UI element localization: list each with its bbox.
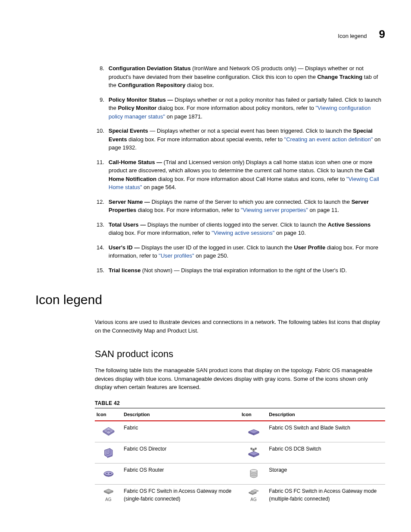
description-cell: Fabric OS Router	[122, 464, 240, 485]
item-body: Server Name — Displays the name of the S…	[109, 198, 385, 215]
ag-multi-icon: AG	[246, 487, 262, 503]
table-row: FabricFabric OS Switch and Blade Switch	[95, 421, 385, 442]
bold-text: Call-Home Status —	[109, 159, 164, 165]
list-item: 8.Configuration Deviation Status (IronWa…	[95, 64, 385, 90]
table-row: AGFabric OS FC Switch in Access Gateway …	[95, 485, 385, 506]
item-body: Total Users — Displays the number of cli…	[109, 221, 385, 237]
cross-reference-link[interactable]: "Viewing active sessions"	[212, 230, 274, 236]
description-cell: Fabric OS Switch and Blade Switch	[267, 421, 385, 442]
text-run: Displays the name of the Server to which…	[152, 199, 352, 205]
item-number: 15.	[95, 266, 104, 275]
list-item: 15.Trial license (Not shown) — Displays …	[95, 266, 385, 275]
text-run: dialog box. For more information, refer …	[109, 230, 212, 236]
item-number: 11.	[95, 158, 104, 192]
table-row: Fabric OS DirectorFabric OS DCB Switch	[95, 442, 385, 464]
list-item: 12.Server Name — Displays the name of th…	[95, 198, 385, 215]
item-body: Trial license (Not shown) — Displays the…	[109, 266, 385, 275]
list-item: 10.Special Events — Displays whether or …	[95, 127, 385, 152]
description-cell: Fabric OS Director	[122, 442, 240, 464]
text-run: dialog box. For more information about p…	[156, 105, 315, 111]
numbered-list: 8.Configuration Deviation Status (IronWa…	[95, 64, 385, 274]
list-item: 11.Call-Home Status — (Trial and License…	[95, 158, 385, 192]
cross-reference-link[interactable]: "Creating an event action definition"	[284, 136, 373, 143]
subsection-intro: The following table lists the manageable…	[95, 366, 385, 392]
bold-text: Policy Monitor	[118, 105, 157, 111]
item-body: Special Events — Displays whether or not…	[109, 127, 385, 152]
icon-cell: AG	[240, 485, 267, 506]
text-run: on page 1871.	[165, 113, 202, 120]
list-item: 9.Policy Monitor Status — Displays wheth…	[95, 96, 385, 121]
svg-rect-12	[253, 449, 254, 450]
description-cell: Fabric OS FC Switch in Access Gateway mo…	[122, 485, 240, 506]
bold-text: User's ID —	[109, 244, 141, 251]
text-run: Displays the user ID of the logged in us…	[141, 244, 294, 251]
text-run: Displays the number of clients logged in…	[147, 221, 327, 228]
ag-label: AG	[250, 496, 256, 503]
item-number: 12.	[95, 198, 104, 215]
item-body: Configuration Deviation Status (IronWare…	[109, 64, 385, 90]
text-run: dialog box. For more information about s…	[127, 136, 284, 143]
list-item: 14.User's ID — Displays the user ID of t…	[95, 243, 385, 260]
icon-table: Icon Description Icon Description Fabric…	[95, 408, 385, 506]
text-run: dialog box. For more information about C…	[156, 176, 346, 182]
page-header: Icon legend 9	[26, 26, 385, 43]
icon-cell	[240, 442, 267, 464]
item-number: 10.	[95, 127, 104, 152]
text-run: — Displays whether or not a special even…	[148, 128, 353, 134]
fabric-icon	[101, 424, 116, 439]
bold-text: Policy Monitor Status —	[109, 96, 174, 103]
text-run: (Not shown) — Displays the trial expirat…	[142, 267, 347, 274]
bold-text: Configuration Deviation Status	[109, 65, 192, 72]
cross-reference-link[interactable]: "User profiles"	[159, 252, 194, 259]
icon-cell: AG	[95, 485, 122, 506]
item-number: 9.	[95, 96, 104, 121]
item-body: User's ID — Displays the user ID of the …	[109, 243, 385, 260]
subsection-title: SAN product icons	[95, 347, 385, 361]
bold-text: Special Events	[109, 128, 148, 134]
text-run: on page 250.	[194, 252, 229, 259]
header-section-label: Icon legend	[338, 32, 367, 40]
item-number: 14.	[95, 243, 104, 260]
svg-rect-11	[251, 448, 252, 449]
description-cell: Fabric	[122, 421, 240, 442]
text-run: dialog box. For more information, refer …	[136, 207, 241, 213]
item-number: 13.	[95, 221, 104, 237]
bold-text: Total Users —	[109, 221, 147, 228]
table-row: Fabric OS RouterStorage	[95, 464, 385, 485]
item-number: 8.	[95, 64, 104, 90]
storage-icon	[246, 466, 262, 482]
icon-cell	[240, 464, 267, 485]
director-icon	[101, 445, 116, 460]
th-icon-1: Icon	[95, 408, 122, 421]
th-desc-1: Description	[122, 408, 240, 421]
switch-icon	[246, 424, 262, 439]
bold-text: Active Sessions	[327, 221, 371, 228]
icon-cell	[95, 442, 122, 464]
chapter-number: 9	[379, 26, 385, 43]
bold-text: Server Name —	[109, 199, 152, 205]
description-cell: Fabric OS DCB Switch	[267, 442, 385, 464]
description-cell: Fabric OS FC Switch in Access Gateway mo…	[267, 485, 385, 506]
svg-rect-13	[255, 448, 256, 449]
th-icon-2: Icon	[240, 408, 267, 421]
text-run: on page 564.	[142, 184, 177, 190]
description-cell: Storage	[267, 464, 385, 485]
ag-label: AG	[105, 496, 111, 503]
text-run: on page 11.	[308, 207, 339, 213]
svg-point-16	[250, 470, 257, 472]
router-icon	[101, 466, 116, 482]
cross-reference-link[interactable]: "Viewing server properties"	[241, 207, 308, 213]
icon-cell	[95, 421, 122, 442]
ag-single-icon: AG	[101, 487, 116, 503]
icon-cell	[95, 464, 122, 485]
text-run: on page 10.	[274, 230, 305, 236]
table-label: TABLE 42	[95, 399, 385, 407]
bold-text: Trial license	[109, 267, 142, 274]
bold-text: Configuration Repository	[118, 82, 186, 88]
text-run: dialog box.	[185, 82, 214, 88]
item-body: Policy Monitor Status — Displays whether…	[109, 96, 385, 121]
item-body: Call-Home Status — (Trial and Licensed v…	[109, 158, 385, 192]
dcb-switch-icon	[246, 445, 262, 460]
list-item: 13.Total Users — Displays the number of …	[95, 221, 385, 237]
section-intro: Various icons are used to illustrate dev…	[95, 318, 385, 335]
